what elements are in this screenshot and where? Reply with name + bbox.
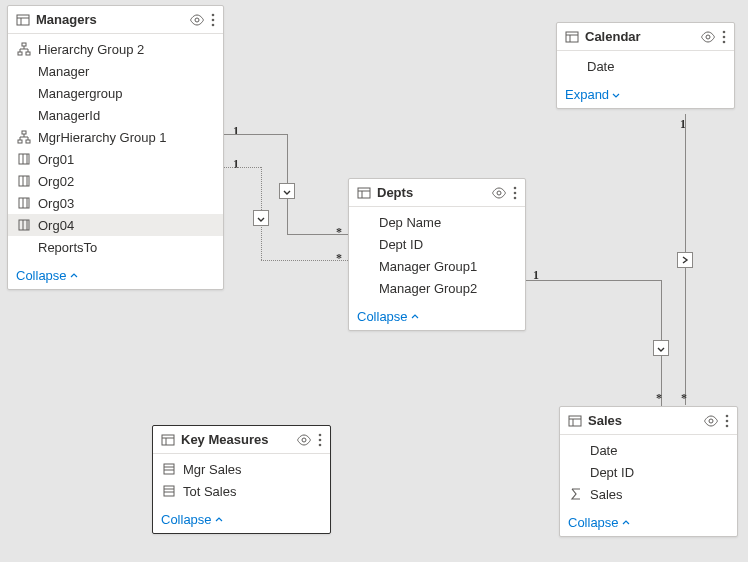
visibility-icon[interactable] <box>189 14 205 26</box>
table-depts[interactable]: Depts Dep Name Dept ID Manager Group1 Ma… <box>348 178 526 331</box>
field-label: Dep Name <box>379 215 441 230</box>
svg-point-58 <box>726 424 729 427</box>
field[interactable]: Manager Group2 <box>349 277 525 299</box>
collapse-toggle[interactable]: Collapse <box>153 506 330 533</box>
collapse-label: Collapse <box>16 268 67 283</box>
field-label: ManagerId <box>38 108 100 123</box>
rel-managers-depts2-from: 1 <box>233 157 239 172</box>
field-column[interactable]: Org02 <box>8 170 223 192</box>
field-measure[interactable]: Tot Sales <box>153 480 330 502</box>
svg-rect-46 <box>164 464 174 474</box>
relation-arrow[interactable] <box>653 340 669 356</box>
svg-rect-12 <box>26 140 30 143</box>
table-managers[interactable]: Managers Hierarchy Group 2 Manager Manag… <box>7 5 224 290</box>
table-header[interactable]: Key Measures <box>153 426 330 454</box>
table-icon <box>357 186 371 200</box>
field-label: MgrHierarchy Group 1 <box>38 130 167 145</box>
chevron-up-icon <box>214 515 224 525</box>
collapse-label: Collapse <box>161 512 212 527</box>
svg-point-35 <box>497 191 501 195</box>
rel-managers-depts2-to: * <box>336 251 342 266</box>
chevron-up-icon <box>621 518 631 528</box>
field-label: Dept ID <box>590 465 634 480</box>
svg-point-3 <box>195 18 199 22</box>
field-label: Org03 <box>38 196 74 211</box>
field-label: Org04 <box>38 218 74 233</box>
expand-toggle[interactable]: Expand <box>557 81 734 108</box>
field-sigma[interactable]: Sales <box>560 483 737 505</box>
svg-rect-7 <box>22 43 26 46</box>
measure-icon <box>161 461 177 477</box>
field[interactable]: ReportsTo <box>8 236 223 258</box>
field-measure[interactable]: Mgr Sales <box>153 458 330 480</box>
svg-point-31 <box>723 40 726 43</box>
more-icon[interactable] <box>211 13 215 27</box>
field-label: Mgr Sales <box>183 462 242 477</box>
table-title: Sales <box>588 413 697 428</box>
field-hierarchy[interactable]: MgrHierarchy Group 1 <box>8 126 223 148</box>
svg-point-44 <box>319 438 322 441</box>
relation-arrow[interactable] <box>253 210 269 226</box>
field[interactable]: Date <box>557 55 734 77</box>
visibility-icon[interactable] <box>703 415 719 427</box>
svg-point-6 <box>212 23 215 26</box>
svg-point-57 <box>726 419 729 422</box>
field-hierarchy[interactable]: Hierarchy Group 2 <box>8 38 223 60</box>
relation-arrow[interactable] <box>677 252 693 268</box>
chevron-down-icon <box>283 187 291 195</box>
field[interactable]: Manager <box>8 60 223 82</box>
table-calendar[interactable]: Calendar Date Expand <box>556 22 735 109</box>
table-key-measures[interactable]: Key Measures Mgr Sales Tot Sales Collaps… <box>152 425 331 534</box>
svg-rect-0 <box>17 15 29 25</box>
field-column[interactable]: Org03 <box>8 192 223 214</box>
relation-arrow[interactable] <box>279 183 295 199</box>
svg-point-45 <box>319 443 322 446</box>
rel-line <box>526 280 662 281</box>
visibility-icon[interactable] <box>296 434 312 446</box>
svg-rect-11 <box>18 140 22 143</box>
rel-depts-sales-to: * <box>656 391 662 406</box>
table-sales[interactable]: Sales Date Dept ID Sales Collapse <box>559 406 738 537</box>
visibility-icon[interactable] <box>700 31 716 43</box>
more-icon[interactable] <box>722 30 726 44</box>
chevron-up-icon <box>69 271 79 281</box>
field[interactable]: Managergroup <box>8 82 223 104</box>
field-label: Dept ID <box>379 237 423 252</box>
table-title: Key Measures <box>181 432 290 447</box>
field[interactable]: Date <box>560 439 737 461</box>
field[interactable]: Dep Name <box>349 211 525 233</box>
field-label: ReportsTo <box>38 240 97 255</box>
collapse-label: Collapse <box>568 515 619 530</box>
field[interactable]: Manager Group1 <box>349 255 525 277</box>
visibility-icon[interactable] <box>491 187 507 199</box>
collapse-toggle[interactable]: Collapse <box>349 303 525 330</box>
field-label: Managergroup <box>38 86 123 101</box>
table-fields: Date <box>557 51 734 81</box>
field-label: Sales <box>590 487 623 502</box>
column-icon <box>16 195 32 211</box>
field-label: Org01 <box>38 152 74 167</box>
rel-line <box>224 134 287 135</box>
table-header[interactable]: Sales <box>560 407 737 435</box>
collapse-toggle[interactable]: Collapse <box>560 509 737 536</box>
more-icon[interactable] <box>513 186 517 200</box>
svg-point-55 <box>709 419 713 423</box>
table-fields: Date Dept ID Sales <box>560 435 737 509</box>
collapse-toggle[interactable]: Collapse <box>8 262 223 289</box>
more-icon[interactable] <box>318 433 322 447</box>
svg-point-37 <box>514 191 517 194</box>
field[interactable]: ManagerId <box>8 104 223 126</box>
field-column-selected[interactable]: Org04 <box>8 214 223 236</box>
field[interactable]: Dept ID <box>560 461 737 483</box>
table-header[interactable]: Depts <box>349 179 525 207</box>
table-header[interactable]: Calendar <box>557 23 734 51</box>
svg-point-36 <box>514 186 517 189</box>
table-header[interactable]: Managers <box>8 6 223 34</box>
table-title: Calendar <box>585 29 694 44</box>
chevron-down-icon <box>611 90 621 100</box>
svg-point-4 <box>212 13 215 16</box>
more-icon[interactable] <box>725 414 729 428</box>
field-column[interactable]: Org01 <box>8 148 223 170</box>
field[interactable]: Dept ID <box>349 233 525 255</box>
field-label: Date <box>587 59 614 74</box>
